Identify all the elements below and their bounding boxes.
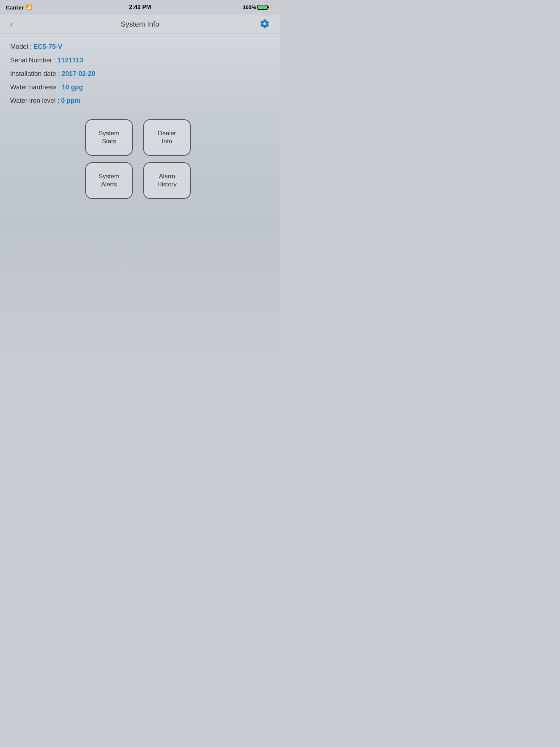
alarm-history-label: AlarmHistory bbox=[158, 173, 177, 189]
back-button[interactable]: ‹ bbox=[7, 17, 16, 32]
gear-icon bbox=[260, 19, 270, 29]
alarm-history-button[interactable]: AlarmHistory bbox=[143, 162, 191, 199]
status-time: 2:42 PM bbox=[129, 4, 151, 11]
serial-label: Serial Number : bbox=[10, 57, 58, 64]
status-bar: Carrier 📶 2:42 PM 100% ⚡ bbox=[0, 0, 280, 15]
install-label: Installation date : bbox=[10, 70, 62, 77]
charging-icon: ⚡ bbox=[269, 5, 274, 10]
settings-button[interactable] bbox=[257, 16, 273, 33]
system-stats-button[interactable]: SystemStats bbox=[85, 119, 133, 156]
button-grid: SystemStats DealerInfo SystemAlerts Alar… bbox=[85, 119, 195, 199]
model-label: Model : bbox=[10, 43, 34, 50]
serial-value: 1121113 bbox=[58, 57, 83, 64]
wifi-icon: 📶 bbox=[26, 4, 32, 10]
system-stats-label: SystemStats bbox=[99, 129, 120, 146]
nav-bar: ‹ System Info bbox=[0, 15, 280, 34]
hardness-value: 10 gpg bbox=[62, 84, 83, 91]
hardness-label: Water hardness : bbox=[10, 84, 62, 91]
carrier-label: Carrier bbox=[6, 4, 24, 11]
hardness-row: Water hardness : 10 gpg bbox=[10, 84, 270, 91]
model-row: Model : EC5-75-V bbox=[10, 43, 270, 51]
battery-icon bbox=[257, 5, 268, 10]
iron-row: Water iron level : 0 ppm bbox=[10, 97, 270, 105]
status-right: 100% ⚡ bbox=[243, 4, 274, 10]
install-row: Installation date : 2017-02-20 bbox=[10, 70, 270, 78]
main-content: Model : EC5-75-V Serial Number : 1121113… bbox=[0, 34, 280, 208]
install-value: 2017-02-20 bbox=[62, 70, 95, 77]
system-alerts-label: SystemAlerts bbox=[99, 173, 120, 189]
system-alerts-button[interactable]: SystemAlerts bbox=[85, 162, 133, 199]
iron-value: 0 ppm bbox=[61, 97, 80, 104]
dealer-info-button[interactable]: DealerInfo bbox=[143, 119, 191, 156]
battery-fill bbox=[258, 6, 267, 9]
battery-percent-label: 100% bbox=[243, 4, 256, 10]
dealer-info-label: DealerInfo bbox=[158, 129, 176, 146]
status-left: Carrier 📶 bbox=[6, 4, 32, 11]
battery-container: ⚡ bbox=[257, 5, 274, 10]
back-chevron-icon: ‹ bbox=[10, 20, 13, 29]
iron-label: Water iron level : bbox=[10, 97, 61, 104]
page-title: System Info bbox=[121, 20, 159, 28]
model-value: EC5-75-V bbox=[34, 43, 62, 50]
serial-row: Serial Number : 1121113 bbox=[10, 57, 270, 64]
